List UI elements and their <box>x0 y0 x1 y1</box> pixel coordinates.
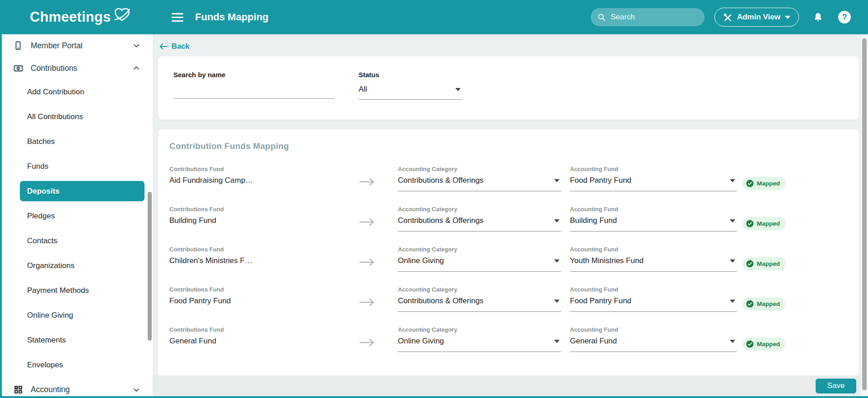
sidebar-item-label: Organizations <box>27 261 75 270</box>
sidebar-item-label: Pledges <box>27 212 55 221</box>
accounting-fund-label: Accounting Fund <box>570 326 737 333</box>
sidebar-item-pledges[interactable]: Pledges <box>2 204 153 228</box>
accounting-fund-value: Food Pantry Fund <box>570 176 631 185</box>
menu-toggle-icon[interactable] <box>172 13 183 22</box>
accounting-category-select[interactable]: Contributions & Offerings <box>398 172 561 191</box>
sidebar-item-funds[interactable]: Funds <box>2 154 153 179</box>
question-mark-icon: ? <box>842 13 847 22</box>
accounting-category-value: Online Giving <box>398 256 444 265</box>
help-button[interactable]: ? <box>838 11 851 23</box>
dropdown-caret-icon <box>730 340 735 343</box>
back-arrow-icon <box>159 43 168 50</box>
global-search[interactable] <box>591 8 705 26</box>
dropdown-caret-icon <box>554 300 560 303</box>
contributions-fund-label: Contributions Fund <box>169 326 336 333</box>
accounting-category-select[interactable]: Online Giving <box>398 253 561 272</box>
accounting-category-value: Contributions & Offerings <box>398 296 484 305</box>
sidebar-item-deposits[interactable]: Deposits <box>20 181 145 201</box>
notifications-button[interactable] <box>812 12 824 23</box>
sidebar-scrollbar[interactable] <box>148 192 152 341</box>
maps-to-arrow-icon <box>336 286 398 312</box>
check-circle-icon <box>746 340 754 348</box>
contributions-fund-label: Contributions Fund <box>169 286 336 293</box>
accounting-category-value: Contributions & Offerings <box>398 216 484 225</box>
status-badge-label: Mapped <box>757 341 780 347</box>
sidebar-item-payment-methods[interactable]: Payment Methods <box>2 278 153 303</box>
dropdown-caret-icon <box>730 259 735 263</box>
sidebar-item-online-giving[interactable]: Online Giving <box>2 303 153 328</box>
accounting-fund-select[interactable]: Building Fund <box>570 213 737 231</box>
sidebar-item-member-portal[interactable]: Member Portal <box>2 34 153 57</box>
sidebar-item-label: Contacts <box>27 236 57 245</box>
sidebar-item-organizations[interactable]: Organizations <box>2 253 153 278</box>
admin-view-label: Admin View <box>737 13 780 22</box>
sidebar-item-contacts[interactable]: Contacts <box>2 228 153 253</box>
check-circle-icon <box>746 220 754 227</box>
sidebar-item-all-contributions[interactable]: All Contributions <box>2 104 153 129</box>
brand-name: Chmeetings <box>30 9 111 25</box>
brand-logo[interactable]: Chmeetings <box>2 9 151 25</box>
contributions-fund-value: General Fund <box>169 337 318 346</box>
chevron-down-icon <box>132 385 141 394</box>
status-badge-label: Mapped <box>757 260 780 267</box>
accounting-fund-label: Accounting Fund <box>570 286 737 293</box>
search-icon <box>597 13 606 22</box>
search-by-name-input[interactable] <box>173 79 334 99</box>
contributions-fund-value: Children's Ministries F… <box>169 256 318 265</box>
page-scrollbar-thumb[interactable] <box>862 38 867 390</box>
sidebar-item-label: Statements <box>27 336 66 345</box>
sidebar-item-label: Funds <box>27 162 48 171</box>
sidebar-item-label: Envelopes <box>27 361 63 370</box>
accounting-fund-select[interactable]: Youth Ministries Fund <box>570 253 737 272</box>
contributions-fund-label: Contributions Fund <box>169 206 336 213</box>
brand-heart-icon <box>112 7 131 25</box>
accounting-fund-value: Building Fund <box>570 216 617 225</box>
status-badge: Mapped <box>742 326 786 352</box>
contributions-fund-label: Contributions Fund <box>169 166 336 172</box>
page-title: Funds Mapping <box>195 11 269 23</box>
accounting-fund-select[interactable]: General Fund <box>570 333 737 352</box>
status-badge-label: Mapped <box>757 180 780 187</box>
sidebar-item-label: Batches <box>27 137 55 146</box>
status-field: Status All <box>359 71 462 120</box>
accounting-fund-select[interactable]: Food Pantry Fund <box>570 293 737 312</box>
mapping-row: Contributions Fund Aid Fundraising Camp…… <box>169 166 859 191</box>
sidebar-nav: Member Portal Contributions Add Contribu… <box>2 34 153 396</box>
chevron-down-icon <box>132 41 141 50</box>
sidebar-item-label: Contributions <box>31 64 132 73</box>
status-badge: Mapped <box>742 286 786 312</box>
search-input[interactable] <box>611 13 698 22</box>
page-scrollbar-track[interactable] <box>861 34 868 396</box>
accounting-category-label: Accounting Category <box>398 166 561 172</box>
accounting-fund-select[interactable]: Food Pantry Fund <box>570 172 737 191</box>
accounting-category-label: Accounting Category <box>398 286 561 293</box>
sidebar-item-batches[interactable]: Batches <box>2 129 153 154</box>
sidebar-item-add-contribution[interactable]: Add Contribution <box>2 79 153 104</box>
sidebar-item-accounting[interactable]: Accounting <box>2 377 153 396</box>
sidebar-item-statements[interactable]: Statements <box>2 328 153 352</box>
sidebar-item-label: Accounting <box>31 385 132 394</box>
status-badge-label: Mapped <box>757 301 780 307</box>
contributions-fund-value: Aid Fundraising Camp… <box>169 176 318 185</box>
filters-card: Search by name Status All <box>158 56 859 120</box>
mapping-row: Contributions Fund Food Pantry Fund Acco… <box>169 286 859 312</box>
section-title: Contribution Funds Mapping <box>169 141 859 151</box>
back-button[interactable]: Back <box>159 42 189 51</box>
dropdown-caret-icon <box>554 179 560 182</box>
status-select[interactable]: All <box>359 80 462 100</box>
save-button[interactable]: Save <box>816 379 856 393</box>
dropdown-caret-icon <box>730 300 735 303</box>
accounting-category-select[interactable]: Online Giving <box>398 333 561 352</box>
accounting-category-select[interactable]: Contributions & Offerings <box>398 293 561 312</box>
accounting-category-select[interactable]: Contributions & Offerings <box>398 213 561 231</box>
dropdown-caret-icon <box>730 179 735 182</box>
accounting-category-label: Accounting Category <box>398 206 561 213</box>
sidebar-item-envelopes[interactable]: Envelopes <box>2 352 153 377</box>
admin-view-button[interactable]: Admin View <box>714 8 799 27</box>
status-label: Status <box>359 71 462 79</box>
sidebar-item-label: Add Contribution <box>27 88 84 97</box>
accounting-fund-value: Food Pantry Fund <box>570 296 631 305</box>
action-footer: Save <box>153 375 861 396</box>
check-circle-icon <box>746 260 754 268</box>
sidebar-item-contributions[interactable]: Contributions <box>2 57 153 79</box>
